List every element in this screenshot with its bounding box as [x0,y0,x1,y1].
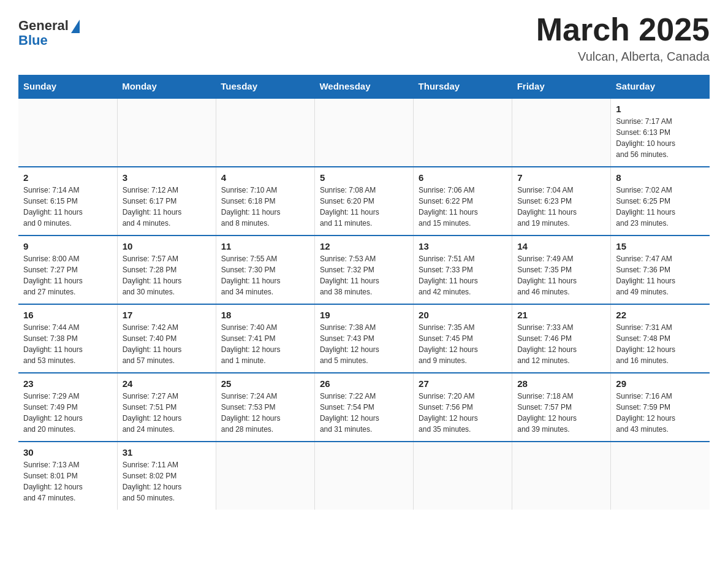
calendar-cell: 19Sunrise: 7:38 AM Sunset: 7:43 PM Dayli… [314,304,413,373]
calendar-cell: 5Sunrise: 7:08 AM Sunset: 6:20 PM Daylig… [314,167,413,236]
day-info: Sunrise: 7:04 AM Sunset: 6:23 PM Dayligh… [517,185,605,229]
page-title: March 2025 [536,12,710,47]
day-number: 27 [419,378,507,389]
day-number: 20 [419,310,507,320]
day-info: Sunrise: 7:42 AM Sunset: 7:40 PM Dayligh… [123,322,211,366]
day-number: 2 [23,172,112,183]
weekday-header-saturday: Saturday [611,75,710,98]
day-number: 8 [616,172,705,183]
calendar-cell: 16Sunrise: 7:44 AM Sunset: 7:38 PM Dayli… [18,304,117,373]
calendar-cell: 14Sunrise: 7:49 AM Sunset: 7:35 PM Dayli… [512,236,611,304]
calendar-cell: 17Sunrise: 7:42 AM Sunset: 7:40 PM Dayli… [117,304,216,373]
day-info: Sunrise: 7:14 AM Sunset: 6:15 PM Dayligh… [23,185,112,229]
day-number: 16 [23,310,112,320]
calendar-week-row: 23Sunrise: 7:29 AM Sunset: 7:49 PM Dayli… [18,373,710,442]
day-number: 24 [123,378,211,389]
calendar-table: SundayMondayTuesdayWednesdayThursdayFrid… [18,75,710,510]
title-block: March 2025 Vulcan, Alberta, Canada [536,12,710,64]
calendar-cell: 9Sunrise: 8:00 AM Sunset: 7:27 PM Daylig… [18,236,117,304]
calendar-cell: 23Sunrise: 7:29 AM Sunset: 7:49 PM Dayli… [18,373,117,442]
day-info: Sunrise: 7:53 AM Sunset: 7:32 PM Dayligh… [320,253,408,297]
calendar-cell: 8Sunrise: 7:02 AM Sunset: 6:25 PM Daylig… [611,167,710,236]
day-info: Sunrise: 7:02 AM Sunset: 6:25 PM Dayligh… [616,185,705,229]
calendar-cell: 25Sunrise: 7:24 AM Sunset: 7:53 PM Dayli… [216,373,314,442]
page-header: General Blue March 2025 Vulcan, Alberta,… [18,12,710,64]
day-info: Sunrise: 7:40 AM Sunset: 7:41 PM Dayligh… [221,322,309,366]
calendar-cell [216,442,314,510]
weekday-header-row: SundayMondayTuesdayWednesdayThursdayFrid… [18,75,710,98]
calendar-cell: 6Sunrise: 7:06 AM Sunset: 6:22 PM Daylig… [414,167,512,236]
logo-blue-text: Blue [18,33,80,48]
day-number: 23 [23,378,112,389]
day-info: Sunrise: 7:55 AM Sunset: 7:30 PM Dayligh… [221,253,309,297]
weekday-header-wednesday: Wednesday [314,75,413,98]
calendar-cell: 15Sunrise: 7:47 AM Sunset: 7:36 PM Dayli… [611,236,710,304]
day-number: 22 [616,310,705,320]
day-number: 13 [419,241,507,251]
day-info: Sunrise: 7:24 AM Sunset: 7:53 PM Dayligh… [221,391,309,435]
calendar-week-row: 16Sunrise: 7:44 AM Sunset: 7:38 PM Dayli… [18,304,710,373]
calendar-week-row: 30Sunrise: 7:13 AM Sunset: 8:01 PM Dayli… [18,442,710,510]
weekday-header-thursday: Thursday [414,75,512,98]
calendar-cell: 13Sunrise: 7:51 AM Sunset: 7:33 PM Dayli… [414,236,512,304]
calendar-cell: 12Sunrise: 7:53 AM Sunset: 7:32 PM Dayli… [314,236,413,304]
calendar-cell [117,98,216,167]
logo-triangle-icon [71,20,80,33]
calendar-cell: 30Sunrise: 7:13 AM Sunset: 8:01 PM Dayli… [18,442,117,510]
day-info: Sunrise: 7:49 AM Sunset: 7:35 PM Dayligh… [517,253,605,297]
day-number: 30 [23,447,112,458]
day-number: 5 [320,172,408,183]
day-info: Sunrise: 7:35 AM Sunset: 7:45 PM Dayligh… [419,322,507,366]
day-info: Sunrise: 7:18 AM Sunset: 7:57 PM Dayligh… [517,391,605,435]
day-number: 31 [123,447,211,458]
day-info: Sunrise: 7:27 AM Sunset: 7:51 PM Dayligh… [123,391,211,435]
calendar-cell: 11Sunrise: 7:55 AM Sunset: 7:30 PM Dayli… [216,236,314,304]
day-info: Sunrise: 7:44 AM Sunset: 7:38 PM Dayligh… [23,322,112,366]
day-info: Sunrise: 7:06 AM Sunset: 6:22 PM Dayligh… [419,185,507,229]
calendar-cell: 4Sunrise: 7:10 AM Sunset: 6:18 PM Daylig… [216,167,314,236]
day-number: 11 [221,241,309,251]
weekday-header-monday: Monday [117,75,216,98]
day-info: Sunrise: 7:38 AM Sunset: 7:43 PM Dayligh… [320,322,408,366]
day-info: Sunrise: 7:33 AM Sunset: 7:46 PM Dayligh… [517,322,605,366]
calendar-cell: 21Sunrise: 7:33 AM Sunset: 7:46 PM Dayli… [512,304,611,373]
calendar-cell: 26Sunrise: 7:22 AM Sunset: 7:54 PM Dayli… [314,373,413,442]
day-number: 21 [517,310,605,320]
day-number: 10 [123,241,211,251]
day-number: 9 [23,241,112,251]
day-info: Sunrise: 7:22 AM Sunset: 7:54 PM Dayligh… [320,391,408,435]
calendar-cell [314,98,413,167]
calendar-cell: 2Sunrise: 7:14 AM Sunset: 6:15 PM Daylig… [18,167,117,236]
calendar-cell: 20Sunrise: 7:35 AM Sunset: 7:45 PM Dayli… [414,304,512,373]
calendar-cell: 10Sunrise: 7:57 AM Sunset: 7:28 PM Dayli… [117,236,216,304]
calendar-cell: 27Sunrise: 7:20 AM Sunset: 7:56 PM Dayli… [414,373,512,442]
day-info: Sunrise: 7:12 AM Sunset: 6:17 PM Dayligh… [123,185,211,229]
calendar-cell: 29Sunrise: 7:16 AM Sunset: 7:59 PM Dayli… [611,373,710,442]
day-info: Sunrise: 8:00 AM Sunset: 7:27 PM Dayligh… [23,253,112,297]
day-number: 7 [517,172,605,183]
calendar-cell: 28Sunrise: 7:18 AM Sunset: 7:57 PM Dayli… [512,373,611,442]
calendar-cell: 31Sunrise: 7:11 AM Sunset: 8:02 PM Dayli… [117,442,216,510]
calendar-cell [611,442,710,510]
day-number: 18 [221,310,309,320]
day-info: Sunrise: 7:17 AM Sunset: 6:13 PM Dayligh… [616,116,705,160]
day-number: 1 [616,104,705,114]
weekday-header-friday: Friday [512,75,611,98]
calendar-cell [314,442,413,510]
calendar-cell [414,442,512,510]
weekday-header-tuesday: Tuesday [216,75,314,98]
day-info: Sunrise: 7:20 AM Sunset: 7:56 PM Dayligh… [419,391,507,435]
calendar-cell [512,98,611,167]
day-number: 28 [517,378,605,389]
day-number: 12 [320,241,408,251]
day-number: 4 [221,172,309,183]
day-number: 25 [221,378,309,389]
calendar-cell: 1Sunrise: 7:17 AM Sunset: 6:13 PM Daylig… [611,98,710,167]
day-number: 3 [123,172,211,183]
day-number: 14 [517,241,605,251]
calendar-cell: 7Sunrise: 7:04 AM Sunset: 6:23 PM Daylig… [512,167,611,236]
calendar-week-row: 9Sunrise: 8:00 AM Sunset: 7:27 PM Daylig… [18,236,710,304]
day-info: Sunrise: 7:57 AM Sunset: 7:28 PM Dayligh… [123,253,211,297]
calendar-week-row: 1Sunrise: 7:17 AM Sunset: 6:13 PM Daylig… [18,98,710,167]
weekday-header-sunday: Sunday [18,75,117,98]
